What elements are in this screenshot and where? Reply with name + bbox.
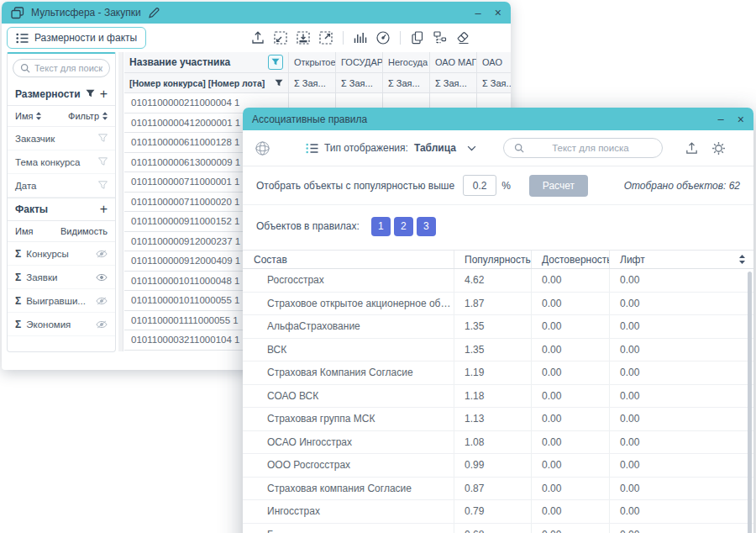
composition-cell[interactable]: Росгосстрах	[243, 274, 454, 286]
dimension-row[interactable]: Дата	[8, 174, 115, 198]
sigma-column-header[interactable]: Σ Зая...	[383, 73, 430, 93]
sidebar-search[interactable]	[13, 59, 110, 77]
rules-table-row[interactable]: Ингосстрах 0.79 0.00 0.00	[243, 500, 753, 524]
fact-row[interactable]: Σ Конкурсы	[8, 242, 115, 266]
confidence-cell[interactable]: 0.00	[531, 361, 609, 384]
display-type-control[interactable]: Тип отображения: Таблица	[306, 142, 476, 154]
confidence-cell[interactable]: 0.00	[531, 385, 609, 408]
add-fact-button[interactable]: +	[100, 202, 108, 217]
dimension-row[interactable]: Тема конкурса	[8, 150, 115, 174]
lift-cell[interactable]: 0.00	[609, 524, 753, 533]
lift-cell[interactable]: 0.00	[609, 315, 753, 338]
participant-column-header[interactable]: Название участника	[124, 52, 289, 73]
window-restore-icon[interactable]	[11, 7, 24, 19]
sigma-column-header[interactable]: Σ Зая...	[430, 73, 477, 93]
rules-table-row[interactable]: ВСК 1.35 0.00 0.00	[243, 339, 753, 362]
sigma-column-header[interactable]: Σ Зая...	[289, 73, 336, 93]
eye-off-icon[interactable]	[96, 320, 108, 329]
confidence-cell[interactable]: 0.00	[531, 524, 609, 533]
scrollbar-thumb[interactable]	[748, 272, 752, 533]
resize-expand-icon[interactable]	[318, 30, 333, 45]
dimensions-facts-button[interactable]: Размерности и факты	[7, 27, 146, 49]
org-column-header[interactable]: Открытое	[289, 52, 336, 73]
fact-row[interactable]: Σ Экономия	[8, 313, 115, 336]
popularity-cell[interactable]: 0.87	[454, 478, 531, 500]
rules-table-row[interactable]: Страховое открытое акционерное общест...…	[243, 293, 753, 316]
sphere-icon[interactable]	[255, 140, 270, 156]
confidence-cell[interactable]: 0.00	[531, 500, 609, 523]
dock-bottom-icon[interactable]	[296, 30, 311, 45]
minimize-button[interactable]: –	[475, 8, 481, 18]
lift-cell[interactable]: 0.00	[609, 339, 753, 361]
close-button[interactable]: ×	[495, 7, 501, 18]
lift-cell[interactable]: 0.00	[609, 408, 753, 430]
row-dimension-header[interactable]: [Номер конкурса] [Номер лота]	[124, 73, 289, 93]
dialog-minimize-button[interactable]: –	[718, 113, 724, 124]
rule-size-button[interactable]: 3	[417, 217, 436, 236]
popularity-threshold-input[interactable]	[463, 175, 496, 196]
rules-table-row[interactable]: Росгосстрах 4.62 0.00 0.00	[243, 269, 753, 293]
confidence-cell[interactable]: 0.00	[531, 315, 609, 338]
popularity-cell[interactable]: 1.18	[454, 385, 531, 408]
column-header-popularity[interactable]: Популярность	[454, 251, 531, 268]
fact-row[interactable]: Σ Выигравши...	[8, 289, 115, 313]
histogram-icon[interactable]	[353, 30, 368, 45]
dialog-search-input[interactable]	[529, 143, 652, 153]
rules-table-row[interactable]: Страховая группа МСК 1.13 0.00 0.00	[243, 408, 753, 431]
composition-cell[interactable]: Б...	[243, 529, 454, 533]
rules-table-row[interactable]: СОАО ВСК 1.18 0.00 0.00	[243, 385, 753, 409]
rules-table-row[interactable]: АльфаСтрахование 1.35 0.00 0.00	[243, 315, 753, 339]
lift-cell[interactable]: 0.00	[609, 431, 753, 454]
dialog-search[interactable]	[503, 138, 663, 158]
composition-cell[interactable]: СОАО ВСК	[243, 390, 454, 402]
org-column-header[interactable]: ГОСУДАР	[336, 52, 383, 73]
lift-cell[interactable]: 0.00	[609, 454, 753, 477]
export-icon[interactable]	[250, 30, 265, 45]
rules-table-row[interactable]: Страховая компания Согласие 0.87 0.00 0.…	[243, 478, 753, 501]
popularity-cell[interactable]: 1.87	[454, 293, 531, 315]
add-dimension-button[interactable]: +	[100, 87, 108, 102]
fact-row[interactable]: Σ Заявки	[8, 266, 115, 289]
sigma-column-header[interactable]: Σ Зая...	[477, 73, 511, 93]
rules-table-row[interactable]: ОСАО Ингосстрах 1.08 0.00 0.00	[243, 431, 753, 455]
composition-cell[interactable]: ВСК	[243, 344, 454, 356]
sigma-column-header[interactable]: Σ Зая...	[336, 73, 383, 93]
rules-table-row[interactable]: Б... 0.68 0.00 0.00	[243, 524, 753, 533]
copy-icon[interactable]	[410, 30, 425, 45]
rule-size-button[interactable]: 1	[371, 217, 391, 236]
sidebar-search-input[interactable]	[34, 63, 102, 73]
funnel-icon[interactable]	[98, 157, 108, 166]
dimension-row[interactable]: Заказчик	[8, 127, 115, 150]
confidence-cell[interactable]: 0.00	[531, 408, 609, 430]
column-header-lift[interactable]: Лифт	[609, 251, 753, 268]
composition-cell[interactable]: ООО Росгосстрах	[243, 459, 454, 471]
composition-cell[interactable]: Страховая компания Согласие	[243, 483, 454, 494]
popularity-cell[interactable]: 0.68	[454, 524, 531, 533]
eye-off-icon[interactable]	[96, 250, 108, 258]
popularity-cell[interactable]: 1.35	[454, 339, 531, 361]
popularity-cell[interactable]: 0.79	[454, 500, 531, 523]
gauge-icon[interactable]	[375, 30, 391, 45]
funnel-icon[interactable]	[86, 89, 95, 98]
composition-cell[interactable]: Страховое открытое акционерное общест...	[243, 298, 454, 309]
funnel-icon[interactable]	[275, 79, 283, 87]
popularity-cell[interactable]: 1.35	[454, 315, 531, 338]
composition-cell[interactable]: АльфаСтрахование	[243, 320, 454, 332]
confidence-cell[interactable]: 0.00	[531, 339, 609, 361]
org-column-header[interactable]: ОАО МАГ	[430, 52, 477, 73]
eraser-icon[interactable]	[455, 30, 470, 45]
active-filter-icon[interactable]	[268, 55, 283, 70]
eye-off-icon[interactable]	[96, 297, 108, 305]
confidence-cell[interactable]: 0.00	[531, 478, 609, 500]
lift-cell[interactable]: 0.00	[609, 385, 753, 408]
popularity-cell[interactable]: 1.19	[454, 361, 531, 384]
lift-cell[interactable]: 0.00	[609, 361, 753, 384]
column-header-sostav[interactable]: Состав	[243, 254, 454, 266]
hierarchy-icon[interactable]	[433, 30, 448, 45]
edit-pencil-icon[interactable]	[148, 7, 160, 18]
rules-table-row[interactable]: ООО Росгосстрах 0.99 0.00 0.00	[243, 454, 753, 478]
composition-cell[interactable]: Страховая Компания Согласие	[243, 367, 454, 378]
lift-cell[interactable]: 0.00	[609, 293, 753, 315]
composition-cell[interactable]: ОСАО Ингосстрах	[243, 436, 454, 448]
confidence-cell[interactable]: 0.00	[531, 293, 609, 315]
